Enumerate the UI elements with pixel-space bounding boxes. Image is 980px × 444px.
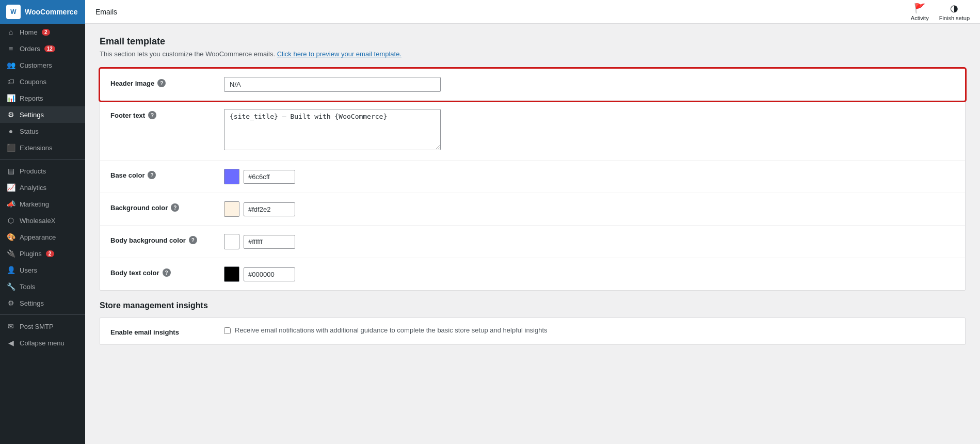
- sidebar-item-users[interactable]: 👤 Users: [0, 262, 85, 278]
- enable-email-insights-label: Enable email insights: [110, 328, 179, 336]
- sidebar-item-settings[interactable]: ⚙ Settings: [0, 106, 85, 123]
- body-text-color-input[interactable]: [244, 267, 295, 281]
- settings-icon: ⚙: [6, 110, 15, 119]
- sidebar-item-wholesalex[interactable]: ⬡ WholesaleX: [0, 212, 85, 229]
- enable-email-insights-checkbox-label: Receive email notifications with additio…: [235, 326, 548, 334]
- sidebar-item-status-label: Status: [20, 128, 39, 135]
- sidebar-item-post-smtp[interactable]: ✉ Post SMTP: [0, 318, 85, 335]
- enable-email-insights-checkbox[interactable]: [224, 327, 231, 334]
- email-template-form: Header image ? Footer text ? {site_title…: [100, 68, 966, 291]
- body-bg-color-picker-row: [224, 234, 955, 249]
- background-color-swatch[interactable]: [224, 201, 239, 217]
- sidebar-item-extensions[interactable]: ⬛ Extensions: [0, 139, 85, 156]
- reports-icon: 📊: [6, 94, 15, 102]
- footer-text-input[interactable]: {site_title} — Built with {WooCommerce}: [224, 109, 441, 150]
- enable-email-insights-field-col: Receive email notifications with additio…: [224, 326, 955, 334]
- body-text-color-row: Body text color ?: [100, 258, 965, 290]
- body-bg-color-input[interactable]: [244, 235, 295, 249]
- sidebar-item-products-label: Products: [20, 167, 46, 175]
- sidebar-item-marketing[interactable]: 📣 Marketing: [0, 196, 85, 212]
- base-color-input[interactable]: [244, 170, 295, 184]
- settings2-icon: ⚙: [6, 299, 15, 307]
- header-image-row: Header image ?: [100, 69, 965, 101]
- store-management-section: Store management insights Enable email i…: [100, 301, 966, 345]
- preview-template-link[interactable]: Click here to preview your email templat…: [277, 50, 401, 58]
- base-color-label: Base color: [110, 171, 144, 179]
- header-image-input[interactable]: [224, 77, 441, 92]
- sidebar-item-wholesalex-label: WholesaleX: [20, 217, 55, 225]
- sidebar-item-settings2[interactable]: ⚙ Settings: [0, 295, 85, 311]
- sidebar-item-analytics-label: Analytics: [20, 184, 46, 192]
- body-text-color-picker-row: [224, 266, 955, 282]
- background-color-input[interactable]: [244, 202, 295, 216]
- products-icon: ▤: [6, 167, 15, 175]
- extensions-icon: ⬛: [6, 144, 15, 152]
- enable-email-insights-row: Enable email insights Receive email noti…: [100, 318, 965, 344]
- base-color-help-icon[interactable]: ?: [148, 171, 156, 179]
- body-bg-color-swatch[interactable]: [224, 234, 239, 249]
- sidebar-item-appearance[interactable]: 🎨 Appearance: [0, 229, 85, 245]
- sidebar-item-settings2-label: Settings: [20, 299, 44, 307]
- footer-text-row: Footer text ? {site_title} — Built with …: [100, 101, 965, 161]
- body-text-color-field-col: [224, 266, 955, 282]
- plugins-badge: 2: [46, 250, 54, 257]
- orders-icon: ≡: [6, 44, 15, 53]
- sidebar-item-customers[interactable]: 👥 Customers: [0, 57, 85, 73]
- sidebar-item-collapse[interactable]: ◀ Collapse menu: [0, 335, 85, 351]
- background-color-help-icon[interactable]: ?: [171, 203, 179, 212]
- sidebar-item-reports[interactable]: 📊 Reports: [0, 90, 85, 106]
- header-image-help-icon[interactable]: ?: [157, 79, 166, 87]
- footer-text-help-icon[interactable]: ?: [148, 111, 156, 119]
- finish-setup-label: Finish setup: [939, 15, 970, 21]
- body-bg-color-help-icon[interactable]: ?: [189, 236, 197, 244]
- header-image-label-col: Header image ?: [110, 77, 224, 87]
- sidebar-logo-text: WooCommerce: [25, 8, 77, 16]
- body-text-color-label-col: Body text color ?: [110, 266, 224, 277]
- background-color-field-col: [224, 201, 955, 217]
- finish-setup-button[interactable]: ◑ Finish setup: [939, 3, 970, 21]
- finish-setup-icon: ◑: [950, 3, 958, 14]
- wholesalex-icon: ⬡: [6, 216, 15, 225]
- activity-button[interactable]: 🚩 Activity: [911, 3, 929, 21]
- sidebar-item-tools[interactable]: 🔧 Tools: [0, 278, 85, 295]
- section-desc-text: This section lets you customize the WooC…: [100, 50, 275, 58]
- sidebar-item-reports-label: Reports: [20, 94, 43, 102]
- sidebar-item-orders[interactable]: ≡ Orders 12: [0, 40, 85, 57]
- coupons-icon: 🏷: [6, 77, 15, 86]
- collapse-icon: ◀: [6, 339, 15, 347]
- sidebar-item-analytics[interactable]: 📈 Analytics: [0, 179, 85, 196]
- sidebar-item-marketing-label: Marketing: [20, 200, 49, 208]
- base-color-swatch[interactable]: [224, 169, 239, 184]
- sidebar-item-home[interactable]: ⌂ Home 2: [0, 24, 85, 40]
- body-text-color-swatch[interactable]: [224, 266, 239, 282]
- sidebar-item-post-smtp-label: Post SMTP: [20, 323, 54, 330]
- sidebar-item-coupons-label: Coupons: [20, 78, 46, 86]
- header-image-label: Header image: [110, 80, 154, 87]
- plugins-icon: 🔌: [6, 249, 15, 258]
- marketing-icon: 📣: [6, 200, 15, 208]
- woo-logo-icon: W: [6, 5, 21, 19]
- body-background-color-row: Body background color ?: [100, 226, 965, 258]
- orders-badge: 12: [44, 45, 55, 52]
- background-color-picker-row: [224, 201, 955, 217]
- sidebar-item-status[interactable]: ● Status: [0, 123, 85, 139]
- post-smtp-icon: ✉: [6, 322, 15, 330]
- sidebar-item-coupons[interactable]: 🏷 Coupons: [0, 73, 85, 90]
- store-management-title: Store management insights: [100, 301, 966, 310]
- sidebar-item-users-label: Users: [20, 266, 37, 274]
- sidebar-item-customers-label: Customers: [20, 61, 52, 69]
- sidebar-logo[interactable]: W WooCommerce: [0, 0, 85, 24]
- page-title: Emails: [95, 8, 117, 16]
- base-color-row: Base color ?: [100, 161, 965, 193]
- main-area: Emails 🚩 Activity ◑ Finish setup Email t…: [85, 0, 980, 444]
- sidebar-item-products[interactable]: ▤ Products: [0, 163, 85, 179]
- body-bg-color-label-col: Body background color ?: [110, 234, 224, 244]
- customers-icon: 👥: [6, 61, 15, 69]
- sidebar-item-settings-label: Settings: [20, 111, 44, 119]
- body-text-color-help-icon[interactable]: ?: [163, 268, 171, 277]
- background-color-row: Background color ?: [100, 193, 965, 226]
- enable-email-insights-checkbox-row: Receive email notifications with additio…: [224, 326, 955, 334]
- sidebar-item-plugins[interactable]: 🔌 Plugins 2: [0, 245, 85, 262]
- sidebar-item-appearance-label: Appearance: [20, 233, 56, 241]
- sidebar-item-collapse-label: Collapse menu: [20, 339, 65, 347]
